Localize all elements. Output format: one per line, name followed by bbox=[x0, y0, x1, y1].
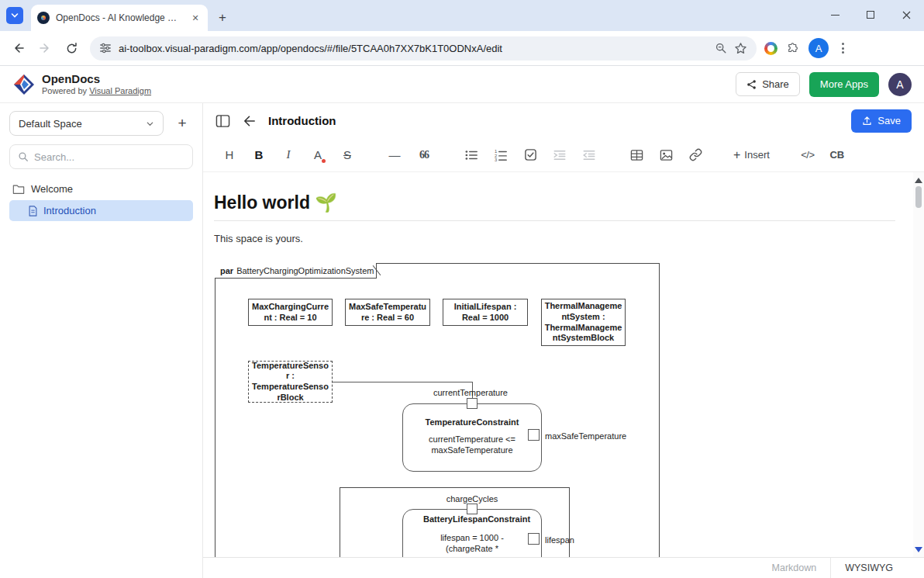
tab-close-icon[interactable]: ✕ bbox=[189, 12, 202, 24]
image-button[interactable] bbox=[657, 145, 675, 165]
port-lifespan[interactable] bbox=[528, 533, 540, 545]
url-bar[interactable]: ai-toolbox.visual-paradigm.com/app/opend… bbox=[90, 36, 757, 61]
bullet-list-icon bbox=[464, 148, 478, 162]
reload-button[interactable] bbox=[60, 37, 82, 59]
zoom-icon[interactable] bbox=[715, 42, 727, 54]
table-icon bbox=[630, 149, 643, 161]
back-button[interactable] bbox=[8, 37, 29, 59]
font-color-button[interactable]: A bbox=[309, 145, 327, 165]
browser-tab[interactable]: OpenDocs - AI Knowledge Base ✕ bbox=[31, 5, 208, 31]
param-box-max-safe-temperature[interactable]: MaxSafeTemperature : Real = 60 bbox=[345, 299, 430, 326]
bookmark-star-icon[interactable] bbox=[734, 42, 747, 55]
numbered-list-button[interactable]: 123 bbox=[491, 145, 510, 165]
code-block-button[interactable]: CB bbox=[828, 145, 846, 165]
tab-search-button[interactable] bbox=[6, 7, 23, 24]
battery-constraint-title: BatteryLifespanConstraint bbox=[403, 514, 541, 525]
markdown-mode-button[interactable]: Markdown bbox=[758, 558, 831, 578]
browser-titlebar: OpenDocs - AI Knowledge Base ✕ + bbox=[0, 0, 924, 31]
scroll-down-button[interactable] bbox=[913, 543, 924, 556]
extensions-button[interactable] bbox=[782, 37, 804, 59]
param-box-initial-lifespan[interactable]: InitialLifespan : Real = 1000 bbox=[443, 299, 528, 326]
horizontal-rule-button[interactable]: — bbox=[385, 145, 404, 165]
visual-paradigm-link[interactable]: Visual Paradigm bbox=[89, 86, 151, 95]
scroll-up-button[interactable] bbox=[913, 174, 924, 186]
sidebar-toggle-icon[interactable] bbox=[215, 114, 230, 128]
image-icon bbox=[660, 149, 673, 161]
svg-text:3: 3 bbox=[495, 157, 497, 162]
link-icon bbox=[689, 148, 702, 161]
port-charge-cycles[interactable] bbox=[467, 504, 478, 514]
battery-lifespan-constraint-block[interactable]: BatteryLifespanConstraint lifespan = 100… bbox=[402, 509, 542, 557]
editor-header: Introduction Save bbox=[203, 103, 924, 138]
part-box-temperature-sensor[interactable]: TemperatureSensor : TemperatureSensorBlo… bbox=[248, 361, 333, 403]
browser-menu-button[interactable] bbox=[833, 37, 852, 59]
heading-button[interactable]: H bbox=[220, 145, 239, 165]
sidebar-search[interactable] bbox=[9, 144, 193, 169]
reload-icon bbox=[65, 42, 78, 55]
indent-decrease-button[interactable] bbox=[580, 145, 598, 165]
bullet-list-button[interactable] bbox=[462, 145, 481, 165]
search-icon bbox=[18, 151, 29, 162]
minimize-button[interactable] bbox=[817, 0, 853, 29]
maximize-button[interactable] bbox=[853, 0, 888, 29]
scroll-down-arrow-icon bbox=[915, 547, 922, 552]
italic-button[interactable]: I bbox=[279, 145, 298, 165]
chevron-down-icon bbox=[11, 12, 19, 19]
indent-decrease-icon bbox=[582, 148, 596, 162]
content-scrollbar[interactable] bbox=[913, 172, 924, 557]
blockquote-button[interactable]: 66 bbox=[415, 145, 433, 165]
inline-code-button[interactable]: </> bbox=[798, 145, 817, 165]
browser-addressbar: ai-toolbox.visual-paradigm.com/app/opend… bbox=[0, 31, 924, 66]
numbered-list-icon: 123 bbox=[494, 148, 508, 162]
app-title-block: OpenDocs Powered by Visual Paradigm bbox=[42, 73, 151, 96]
temperature-constraint-title: TemperatureConstraint bbox=[403, 417, 541, 428]
port-max-safe-temperature[interactable] bbox=[528, 429, 540, 441]
url-text[interactable]: ai-toolbox.visual-paradigm.com/app/opend… bbox=[119, 43, 708, 54]
strikethrough-button[interactable]: S bbox=[338, 145, 357, 165]
indent-increase-button[interactable] bbox=[550, 145, 569, 165]
port-current-temperature[interactable] bbox=[467, 398, 478, 409]
scrollbar-thumb[interactable] bbox=[915, 186, 922, 208]
tree-folder-welcome[interactable]: Welcome bbox=[9, 179, 193, 199]
diagram-frame-label: par BatteryChargingOptimizationSystem bbox=[215, 263, 377, 279]
tab-title: OpenDocs - AI Knowledge Base bbox=[56, 12, 183, 23]
param-box-thermal-management[interactable]: ThermalManagementSystem : ThermalManagem… bbox=[541, 299, 626, 346]
new-tab-button[interactable]: + bbox=[212, 8, 233, 28]
checklist-button[interactable] bbox=[521, 145, 540, 165]
back-navigation-icon[interactable] bbox=[242, 114, 257, 128]
add-page-button[interactable]: + bbox=[171, 112, 193, 134]
save-icon bbox=[862, 116, 872, 126]
editor-footer: Markdown WYSIWYG bbox=[203, 557, 924, 578]
search-input[interactable] bbox=[34, 151, 184, 163]
password-manager-icon[interactable] bbox=[764, 42, 777, 55]
param-box-max-charging-current[interactable]: MaxChargingCurrent : Real = 10 bbox=[248, 299, 333, 326]
close-window-button[interactable] bbox=[888, 0, 924, 29]
site-settings-icon[interactable] bbox=[99, 42, 112, 54]
insert-button[interactable]: + Insert bbox=[733, 148, 770, 162]
wysiwyg-mode-button[interactable]: WYSIWYG bbox=[830, 558, 907, 578]
link-button[interactable] bbox=[686, 145, 705, 165]
sidebar: Default Space + Welcome Introduction bbox=[0, 103, 203, 578]
save-button[interactable]: Save bbox=[851, 109, 912, 133]
user-avatar[interactable]: A bbox=[888, 73, 912, 96]
browser-profile-avatar[interactable]: A bbox=[808, 38, 829, 58]
window-controls bbox=[817, 0, 924, 29]
tree-item-introduction[interactable]: Introduction bbox=[9, 200, 193, 221]
plus-icon: + bbox=[733, 148, 740, 162]
extensions-puzzle-icon bbox=[786, 41, 800, 55]
tree-folder-label: Welcome bbox=[31, 183, 73, 195]
share-button[interactable]: Share bbox=[736, 72, 800, 96]
label-lifespan: lifespan bbox=[545, 535, 574, 545]
font-color-glyph: A bbox=[314, 148, 322, 161]
more-apps-button[interactable]: More Apps bbox=[809, 72, 879, 97]
space-selector[interactable]: Default Space bbox=[9, 111, 164, 136]
maximize-icon bbox=[867, 11, 874, 19]
table-button[interactable] bbox=[627, 145, 646, 165]
bold-button[interactable]: B bbox=[250, 145, 268, 165]
document-content[interactable]: Hello world 🌱 This space is yours. par B… bbox=[203, 172, 924, 557]
forward-button[interactable] bbox=[34, 37, 56, 59]
temperature-constraint-block[interactable]: TemperatureConstraint currentTemperature… bbox=[402, 403, 542, 472]
tree-item-label: Introduction bbox=[43, 205, 96, 216]
connector-sensor-to-constraint bbox=[333, 382, 472, 382]
document-heading: Hello world 🌱 bbox=[214, 192, 895, 221]
